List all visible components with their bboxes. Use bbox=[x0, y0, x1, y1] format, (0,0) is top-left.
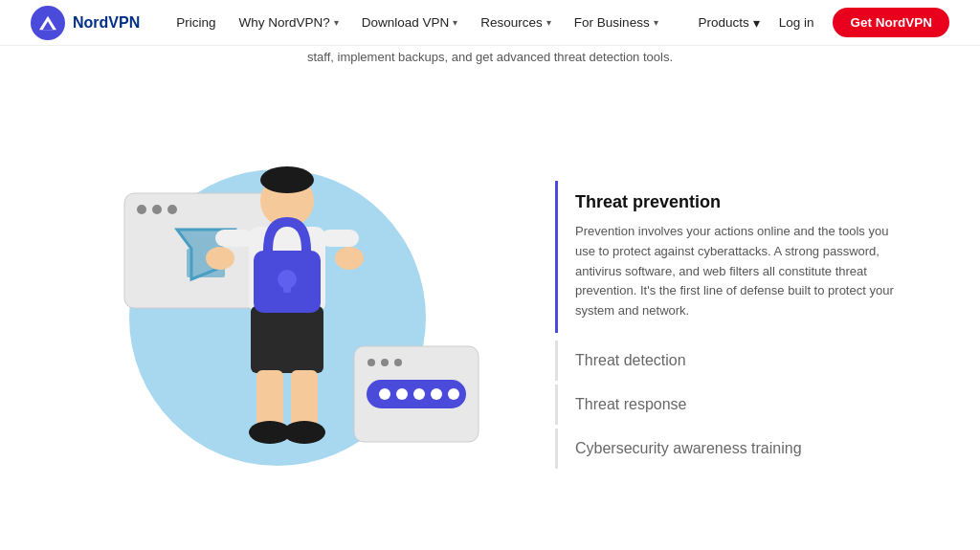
svg-point-27 bbox=[394, 359, 402, 366]
svg-rect-16 bbox=[251, 306, 323, 373]
nav-pricing[interactable]: Pricing bbox=[167, 11, 225, 33]
feature-threat-detection[interactable]: Threat detection bbox=[555, 341, 903, 381]
logo-text: NordVPN bbox=[73, 14, 140, 32]
svg-point-30 bbox=[396, 388, 408, 400]
svg-rect-23 bbox=[283, 279, 291, 293]
svg-rect-13 bbox=[321, 230, 359, 247]
nav-download-vpn[interactable]: Download VPN ▾ bbox=[352, 11, 468, 33]
nav-resources[interactable]: Resources ▾ bbox=[471, 11, 561, 33]
feature-active-title: Threat prevention bbox=[575, 192, 903, 212]
feature-inactive-title-2: Threat response bbox=[575, 396, 903, 413]
nav-products[interactable]: Products ▾ bbox=[698, 15, 759, 31]
main-content: staff, implement backups, and get advanc… bbox=[0, 46, 980, 550]
svg-point-10 bbox=[260, 166, 314, 193]
illustration-area bbox=[57, 65, 517, 531]
svg-point-15 bbox=[335, 247, 364, 270]
svg-point-32 bbox=[431, 388, 442, 400]
nav-for-business[interactable]: For Business ▾ bbox=[565, 11, 668, 33]
navbar: NordVPN Pricing Why NordVPN? ▾ Download … bbox=[0, 0, 980, 46]
feature-cybersecurity-training[interactable]: Cybersecurity awareness training bbox=[555, 429, 903, 469]
feature-active-description: Prevention involves your actions online … bbox=[575, 222, 903, 321]
chevron-down-icon: ▾ bbox=[753, 15, 760, 31]
svg-point-26 bbox=[381, 359, 389, 366]
svg-point-31 bbox=[413, 388, 425, 400]
features-list: Threat prevention Prevention involves yo… bbox=[517, 123, 903, 473]
svg-point-5 bbox=[167, 205, 177, 214]
feature-threat-response[interactable]: Threat response bbox=[555, 385, 903, 425]
chevron-down-icon: ▾ bbox=[546, 17, 551, 28]
svg-point-29 bbox=[379, 388, 390, 400]
logo-link[interactable]: NordVPN bbox=[31, 6, 140, 40]
chevron-down-icon: ▾ bbox=[334, 17, 339, 28]
svg-point-4 bbox=[152, 205, 162, 214]
get-nordvpn-button[interactable]: Get NordVPN bbox=[833, 8, 949, 37]
svg-rect-17 bbox=[256, 370, 283, 428]
svg-point-3 bbox=[137, 205, 146, 214]
chevron-down-icon: ▾ bbox=[654, 17, 658, 28]
feature-threat-prevention[interactable]: Threat prevention Prevention involves yo… bbox=[555, 181, 903, 333]
nav-links: Pricing Why NordVPN? ▾ Download VPN ▾ Re… bbox=[167, 11, 698, 33]
chevron-down-icon: ▾ bbox=[453, 17, 457, 28]
svg-point-33 bbox=[448, 388, 459, 400]
svg-point-14 bbox=[206, 247, 234, 270]
illustration-svg bbox=[86, 88, 488, 509]
feature-inactive-title-1: Threat detection bbox=[575, 352, 903, 369]
svg-rect-18 bbox=[291, 370, 318, 428]
nav-login[interactable]: Log in bbox=[768, 15, 826, 30]
svg-rect-12 bbox=[215, 230, 254, 247]
svg-point-25 bbox=[368, 359, 375, 366]
svg-point-20 bbox=[283, 421, 325, 444]
intro-text: staff, implement backups, and get advanc… bbox=[307, 46, 673, 64]
nav-why-nordvpn[interactable]: Why NordVPN? ▾ bbox=[230, 11, 348, 33]
nordvpn-logo-icon bbox=[31, 6, 65, 40]
feature-inactive-title-3: Cybersecurity awareness training bbox=[575, 440, 903, 457]
nav-right: Products ▾ Log in Get NordVPN bbox=[698, 8, 949, 37]
